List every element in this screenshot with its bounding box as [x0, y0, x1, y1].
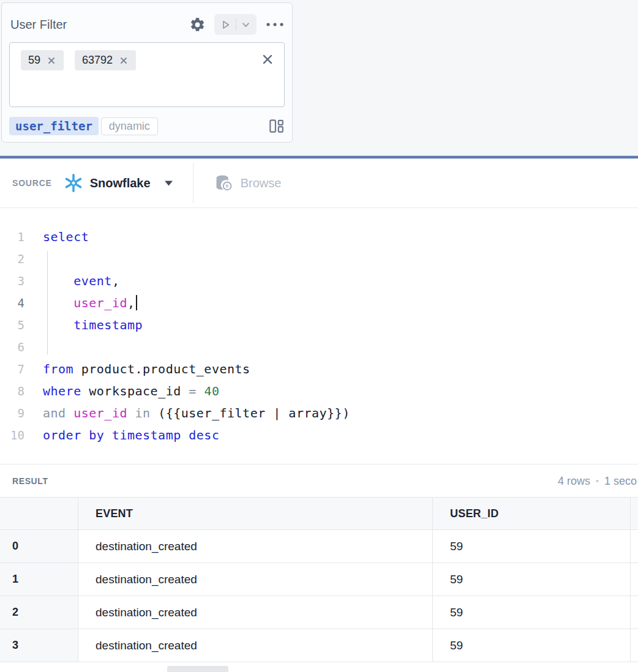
line-number: 4 — [0, 292, 24, 314]
filter-tag-value: 59 — [28, 54, 40, 67]
code-token — [66, 406, 74, 420]
result-duration: 1 seco — [604, 475, 637, 488]
table-cell: destination_created — [78, 596, 432, 629]
table-cell: 59 — [432, 563, 630, 595]
remove-tag-icon[interactable] — [119, 56, 129, 65]
code-line: 6 — [0, 336, 638, 358]
line-content: user_id, — [43, 292, 137, 314]
row-index: 3 — [0, 629, 78, 662]
code-token: in — [135, 406, 151, 420]
code-token — [127, 406, 135, 420]
sql-editor[interactable]: 1select23 event,4 user_id,5 timestamp67f… — [0, 208, 638, 464]
gear-icon[interactable] — [189, 17, 206, 33]
code-token: product.product_events — [73, 362, 250, 376]
table-row[interactable]: 1destination_created59 — [0, 563, 638, 596]
source-dropdown-caret-icon[interactable] — [164, 180, 173, 187]
browse-database-icon — [213, 173, 233, 193]
line-number: 2 — [0, 248, 24, 270]
code-line: 10order by timestamp desc — [0, 424, 638, 446]
line-number: 5 — [0, 314, 24, 336]
indent-guide — [47, 251, 48, 355]
row-index: 1 — [0, 563, 78, 595]
code-token: workspace_id — [81, 384, 189, 398]
horizontal-scrollbar-thumb[interactable] — [167, 666, 228, 672]
filter-card-footer: user_filter dynamic — [9, 116, 285, 136]
overflow-menu-icon[interactable] — [265, 21, 285, 28]
user-filter-input[interactable]: 5963792 — [9, 42, 285, 107]
column-header[interactable]: EVENT — [78, 498, 432, 529]
filter-title: User Filter — [10, 18, 67, 32]
result-bar: RESULT 4 rows • 1 seco — [0, 464, 638, 497]
line-content: where workspace_id = 40 — [43, 380, 219, 402]
filter-tags: 5963792 — [21, 50, 136, 70]
table-cell: destination_created — [78, 563, 432, 595]
line-number: 7 — [0, 358, 24, 380]
line-content: order by timestamp desc — [43, 424, 219, 446]
code-token: timestamp — [73, 318, 143, 332]
filter-card-header: User Filter — [10, 13, 285, 36]
index-column-header — [0, 498, 78, 529]
line-number: 6 — [0, 336, 24, 358]
filter-tag: 63792 — [75, 50, 136, 70]
code-token: and — [43, 406, 66, 420]
source-bar: SOURCE Snowflake — [0, 159, 638, 208]
meta-separator: • — [596, 476, 599, 486]
table-cell-extra — [630, 530, 638, 562]
table-cell: destination_created — [78, 530, 432, 562]
run-group-divider — [236, 18, 236, 31]
layout-icon[interactable] — [268, 118, 285, 135]
column-header[interactable]: USER_ID — [432, 498, 630, 529]
code-token: user_id — [73, 296, 127, 310]
column-header-extra — [630, 498, 638, 529]
table-cell: 59 — [432, 530, 630, 562]
code-token: from — [43, 362, 73, 376]
variable-name-badge[interactable]: user_filter — [9, 117, 99, 135]
table-cell: 59 — [432, 629, 630, 662]
line-content: event, — [43, 270, 119, 292]
table-cell-extra — [630, 596, 638, 629]
clear-input-icon[interactable] — [261, 53, 274, 66]
code-line: 2 — [0, 248, 638, 270]
user-filter-cell: User Filter — [1, 2, 293, 143]
line-content: from product.product_events — [43, 358, 250, 380]
code-line: 9and user_id in ({{user_filter | array}}… — [0, 402, 638, 424]
code-token: order by timestamp desc — [43, 428, 219, 442]
result-section: RESULT 4 rows • 1 seco EVENTUSER_ID0dest… — [0, 464, 638, 672]
run-play-icon[interactable] — [220, 20, 231, 30]
line-number: 8 — [0, 380, 24, 402]
result-table: EVENTUSER_ID0destination_created591desti… — [0, 497, 638, 662]
filter-tag-value: 63792 — [82, 54, 113, 67]
code-token: 40 — [204, 384, 219, 398]
line-content: and user_id in ({{user_filter | array}}) — [43, 402, 350, 424]
table-cell: 59 — [432, 596, 630, 629]
run-options-chevron-icon[interactable] — [241, 20, 250, 29]
table-row[interactable]: 0destination_created59 — [0, 530, 638, 563]
page: User Filter — [0, 0, 638, 672]
table-cell-extra — [630, 563, 638, 595]
code-line: 8where workspace_id = 40 — [0, 380, 638, 402]
code-token: user_id — [73, 406, 127, 420]
result-meta: 4 rows • 1 seco — [558, 465, 637, 498]
source-label: SOURCE — [12, 178, 52, 188]
code-token: , — [127, 296, 135, 310]
line-content: timestamp — [43, 314, 143, 336]
code-token: event — [73, 274, 112, 288]
remove-tag-icon[interactable] — [47, 56, 56, 65]
code-line: 7from product.product_events — [0, 358, 638, 380]
browse-button[interactable]: Browse — [241, 176, 282, 190]
snowflake-icon — [63, 173, 84, 193]
run-button-group[interactable] — [214, 14, 257, 35]
result-label: RESULT — [12, 476, 48, 486]
code-token: , — [112, 274, 120, 288]
source-name[interactable]: Snowflake — [90, 176, 151, 190]
line-number: 1 — [0, 226, 24, 248]
table-row[interactable]: 3destination_created59 — [0, 629, 638, 662]
sql-cell: SOURCE Snowflake — [0, 159, 638, 464]
row-index: 0 — [0, 530, 78, 562]
line-number: 3 — [0, 270, 24, 292]
table-row[interactable]: 2destination_created59 — [0, 596, 638, 629]
code-token: where — [43, 384, 81, 398]
filter-tag: 59 — [21, 50, 64, 70]
code-token: ({{user_filter | array}}) — [151, 406, 350, 420]
code-line: 5 timestamp — [0, 314, 638, 336]
